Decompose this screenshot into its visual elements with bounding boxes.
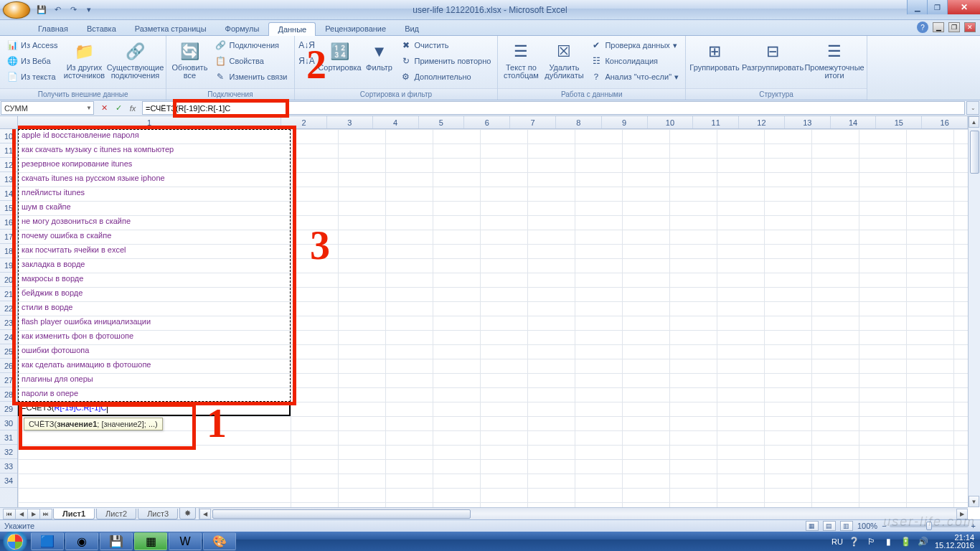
cell[interactable]: плейлисты itunes	[19, 187, 87, 201]
qat-undo[interactable]: ↶	[50, 3, 65, 17]
row-header[interactable]: 12	[0, 158, 17, 172]
cell[interactable]: макросы в ворде	[19, 273, 85, 287]
task-chrome[interactable]: ◉	[65, 532, 98, 550]
task-skype[interactable]: 🟦	[31, 532, 64, 550]
row-header[interactable]: 10	[0, 129, 17, 143]
btn-advanced[interactable]: ⚙Дополнительно	[397, 69, 495, 85]
fx-icon[interactable]: fx	[126, 102, 139, 115]
btn-sort[interactable]: 🔢Сортировка	[318, 37, 362, 88]
btn-ungroup[interactable]: ⊟Разгруппировать	[742, 37, 804, 88]
btn-data-validation[interactable]: ✔Проверка данных ▾	[587, 37, 682, 53]
sheet-tab[interactable]: Лист2	[96, 509, 136, 519]
view-page-layout[interactable]: ▤	[823, 521, 836, 531]
btn-reapply[interactable]: ↻Применить повторно	[397, 53, 495, 69]
row-header[interactable]: 26	[0, 359, 17, 373]
enter-icon[interactable]: ✓	[112, 102, 125, 115]
row-header[interactable]: 31	[0, 430, 17, 445]
qat-save[interactable]: 💾	[34, 3, 49, 17]
col-header[interactable]: 11	[693, 116, 739, 128]
row-header[interactable]: 24	[0, 330, 17, 344]
close-button[interactable]: ✕	[947, 0, 980, 14]
tray-help-icon[interactable]: ❔	[849, 536, 860, 547]
col-header[interactable]: 16	[922, 116, 968, 128]
col-header[interactable]: 1	[18, 116, 281, 128]
view-normal[interactable]: ▦	[806, 521, 819, 531]
task-save[interactable]: 💾	[100, 532, 133, 550]
btn-clear-filter[interactable]: ✖Очистить	[397, 37, 495, 53]
col-header[interactable]: 4	[373, 116, 419, 128]
col-header[interactable]: 3	[327, 116, 373, 128]
cell[interactable]: стили в ворде	[19, 301, 75, 316]
btn-consolidate[interactable]: ☷Консолидация	[587, 53, 682, 69]
row-header[interactable]: 14	[0, 187, 17, 201]
select-all-corner[interactable]	[0, 116, 18, 129]
cell[interactable]: резервное копирование itunes	[19, 158, 134, 172]
tab-nav-next[interactable]: ▶	[27, 509, 40, 519]
col-header[interactable]: 14	[831, 116, 877, 128]
row-header[interactable]: 29	[0, 402, 17, 416]
formula-input[interactable]: =СЧЁТЗ(R[-19]C:R[-1]C	[142, 101, 965, 115]
cell[interactable]: flash player ошибка инициализации	[19, 316, 153, 330]
zoom-percent[interactable]: 100%	[857, 522, 877, 530]
col-header[interactable]: 7	[510, 116, 556, 128]
mdi-minimize[interactable]: ▁	[933, 22, 944, 32]
btn-other-sources[interactable]: 📁Из других источников	[62, 37, 105, 88]
btn-filter[interactable]: ▼Фильтр	[364, 37, 395, 88]
row-header[interactable]: 19	[0, 258, 17, 273]
cell[interactable]: как скачать музыку с itunes на компьютер	[19, 143, 176, 158]
row-header[interactable]: 21	[0, 287, 17, 301]
col-header[interactable]: 9	[602, 116, 648, 128]
ribbon-tab-1[interactable]: Вставка	[77, 22, 126, 35]
btn-sort-desc[interactable]: Я↓А	[298, 53, 316, 69]
row-header[interactable]: 28	[0, 387, 17, 402]
task-paint[interactable]: 🎨	[203, 532, 236, 550]
tab-nav-prev[interactable]: ◀	[15, 509, 28, 519]
row-header[interactable]: 30	[0, 416, 17, 430]
cell[interactable]: ошибки фотошопа	[19, 344, 91, 359]
ribbon-tab-3[interactable]: Формулы	[216, 22, 269, 35]
row-header[interactable]: 32	[0, 445, 17, 459]
vertical-scrollbar[interactable]: ▲ ▼	[968, 116, 980, 507]
minimize-button[interactable]: ▁	[907, 0, 927, 14]
cells-area[interactable]: apple id восстановление паролякак скачат…	[18, 129, 968, 507]
scroll-left-button[interactable]: ◀	[199, 509, 211, 519]
cell[interactable]: пароли в опере	[19, 387, 80, 402]
sheet-tab[interactable]: Лист3	[138, 509, 178, 519]
cell[interactable]: как изменить фон в фотошопе	[19, 330, 136, 344]
col-header[interactable]: 15	[876, 116, 922, 128]
task-word[interactable]: W	[169, 532, 202, 550]
office-button[interactable]	[3, 1, 30, 19]
col-header[interactable]: 5	[419, 116, 465, 128]
col-header[interactable]: 13	[785, 116, 831, 128]
btn-from-text[interactable]: 📄Из текста	[3, 69, 61, 85]
scroll-down-button[interactable]: ▼	[969, 496, 979, 507]
btn-text-to-columns[interactable]: ☰Текст по столбцам	[501, 37, 541, 88]
btn-properties[interactable]: 📋Свойства	[211, 53, 291, 69]
scroll-up-button[interactable]: ▲	[969, 116, 979, 128]
row-header[interactable]: 13	[0, 172, 17, 187]
ribbon-tab-5[interactable]: Рецензирование	[316, 22, 395, 35]
btn-group[interactable]: ⊞Группировать	[689, 37, 740, 88]
cell[interactable]: скачать itunes на русском языке iphone	[19, 172, 167, 187]
cell[interactable]: шум в скайпе	[19, 201, 73, 215]
tab-nav-first[interactable]: ⏮	[3, 509, 16, 519]
cell[interactable]: бейджик в ворде	[19, 287, 85, 301]
btn-whatif[interactable]: ？Анализ "что-если" ▾	[587, 69, 682, 85]
start-button[interactable]	[0, 532, 30, 551]
view-page-break[interactable]: ▥	[840, 521, 853, 531]
col-header[interactable]: 10	[648, 116, 694, 128]
qat-redo[interactable]: ↷	[66, 3, 80, 17]
ribbon-tab-4[interactable]: Данные	[268, 22, 316, 36]
sheet-tab[interactable]: Лист1	[53, 509, 95, 519]
cell[interactable]: плагины для оперы	[19, 373, 95, 387]
btn-existing-conn[interactable]: 🔗Существующие подключения	[107, 37, 163, 88]
row-header[interactable]: 18	[0, 244, 17, 258]
cancel-icon[interactable]: ✕	[98, 102, 110, 115]
row-header[interactable]: 17	[0, 230, 17, 244]
restore-button[interactable]: ❐	[927, 0, 947, 14]
btn-from-web[interactable]: 🌐Из Веба	[3, 53, 61, 69]
row-header[interactable]: 16	[0, 215, 17, 230]
cell[interactable]: как посчитать ячейки в excel	[19, 244, 128, 258]
row-header[interactable]: 15	[0, 201, 17, 215]
row-header[interactable]: 23	[0, 316, 17, 330]
